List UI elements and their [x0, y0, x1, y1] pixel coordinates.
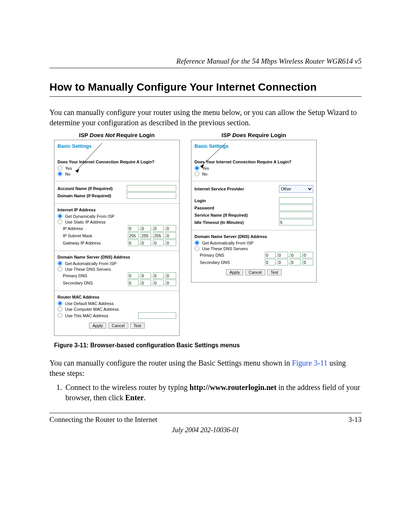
- left-panel-label: ISP Does Not Require Login: [54, 132, 180, 138]
- panel-title: Basic Settings: [57, 143, 176, 149]
- service-name-label: Service Name (If Required): [194, 213, 277, 217]
- subnet-label: IP Subnet Mask: [57, 233, 126, 238]
- account-name-input[interactable]: [127, 185, 176, 192]
- radio-dns-use[interactable]: Use These DNS Servers: [194, 246, 313, 251]
- title-rule: [49, 96, 362, 97]
- page-footer: Connecting the Router to the Internet 3-…: [49, 413, 362, 434]
- ip-oct4[interactable]: [166, 225, 176, 232]
- secondary-dns-label: Secondary DNS: [57, 281, 126, 285]
- domain-name-label: Domain Name (If Required): [57, 193, 125, 198]
- apply-button[interactable]: Apply: [226, 269, 244, 275]
- password-input[interactable]: [279, 204, 313, 211]
- ip-oct2[interactable]: [140, 225, 151, 232]
- right-panel-label: ISP Does Require Login: [191, 132, 317, 138]
- intro-paragraph: You can manually configure your router u…: [49, 107, 362, 128]
- service-name-input[interactable]: [279, 212, 313, 218]
- isp-label: Internet Service Provider: [194, 187, 277, 191]
- right-panel-col: ISP Does Require Login Basic Settings Do…: [191, 132, 317, 283]
- primary-dns-label: Primary DNS: [194, 253, 263, 257]
- cancel-button[interactable]: Cancel: [108, 323, 128, 329]
- left-panel-col: ISP Does Not Require Login Basic Setting…: [54, 132, 180, 336]
- panel-title: Basic Settings: [194, 143, 313, 149]
- mac-this-input[interactable]: [138, 312, 176, 319]
- gateway-label: Gateway IP Address: [57, 241, 126, 245]
- account-name-label: Account Name (If Required): [57, 186, 125, 191]
- radio-no[interactable]: No: [194, 171, 313, 176]
- radio-no[interactable]: No: [57, 171, 176, 176]
- radio-no-input[interactable]: [57, 171, 62, 176]
- radio-dns-auto[interactable]: Get Automatically From ISP: [194, 240, 313, 245]
- secondary-dns-label: Secondary DNS: [194, 260, 263, 265]
- login-question: Does Your Internet Connection Require A …: [194, 160, 313, 164]
- isp-select[interactable]: Other: [279, 185, 313, 193]
- ip-address-label: IP Address: [57, 226, 126, 231]
- radio-mac-default[interactable]: Use Default MAC Address: [57, 301, 176, 306]
- radio-mac-this[interactable]: [57, 313, 62, 318]
- after-figure-paragraph: You can manually configure the router us…: [49, 358, 362, 379]
- footer-page-number: 3-13: [348, 415, 362, 424]
- password-label: Password: [194, 206, 277, 210]
- login-input[interactable]: [279, 197, 313, 204]
- login-question: Does Your Internet Connection Require A …: [57, 160, 176, 164]
- radio-ip-static[interactable]: Use Static IP Address: [57, 219, 176, 224]
- dns-header: Domain Name Server (DNS) Address: [194, 234, 313, 239]
- radio-yes[interactable]: Yes: [57, 166, 176, 171]
- steps-list: Connect to the wireless router by typing…: [49, 382, 362, 403]
- figure-caption: Figure 3-11: Browser-based configuration…: [54, 342, 362, 349]
- radio-dns-auto[interactable]: Get Automatically From ISP: [57, 261, 176, 266]
- page-title: How to Manually Configure Your Internet …: [49, 81, 362, 93]
- idle-timeout-label: Idle Timeout (In Minutes): [194, 220, 277, 225]
- radio-ip-dynamic[interactable]: Get Dynamically From ISP: [57, 214, 176, 219]
- ip-oct1[interactable]: [128, 225, 139, 232]
- ip-oct3[interactable]: [153, 225, 164, 232]
- running-header: Reference Manual for the 54 Mbps Wireles…: [49, 57, 362, 68]
- radio-yes-input[interactable]: [57, 166, 62, 170]
- left-panel: Basic Settings Does Your Internet Connec…: [54, 140, 180, 336]
- mac-header: Router MAC Address: [57, 295, 176, 299]
- right-panel: Basic Settings Does Your Internet Connec…: [191, 140, 317, 283]
- footer-date: July 2004 202-10036-01: [49, 426, 362, 434]
- login-label: Login: [194, 198, 277, 203]
- cancel-button[interactable]: Cancel: [245, 269, 265, 275]
- primary-dns-label: Primary DNS: [57, 273, 126, 278]
- dns-header: Domain Name Server (DNS) Address: [57, 255, 176, 259]
- test-button[interactable]: Test: [267, 269, 282, 275]
- figure-wrap: ISP Does Not Require Login Basic Setting…: [54, 132, 362, 336]
- footer-left: Connecting the Router to the Internet: [49, 415, 157, 424]
- radio-yes[interactable]: Yes: [194, 166, 313, 171]
- domain-name-input[interactable]: [127, 192, 176, 199]
- radio-mac-computer[interactable]: Use Computer MAC Address: [57, 307, 176, 312]
- idle-timeout-input[interactable]: [279, 219, 313, 225]
- radio-dns-use[interactable]: Use These DNS Servers: [57, 267, 176, 272]
- apply-button[interactable]: Apply: [89, 323, 107, 329]
- ip-header: Internet IP Address: [57, 208, 176, 212]
- step-1: Connect to the wireless router by typing…: [64, 382, 362, 403]
- figure-ref-link[interactable]: Figure 3-11: [292, 359, 327, 367]
- test-button[interactable]: Test: [130, 323, 145, 329]
